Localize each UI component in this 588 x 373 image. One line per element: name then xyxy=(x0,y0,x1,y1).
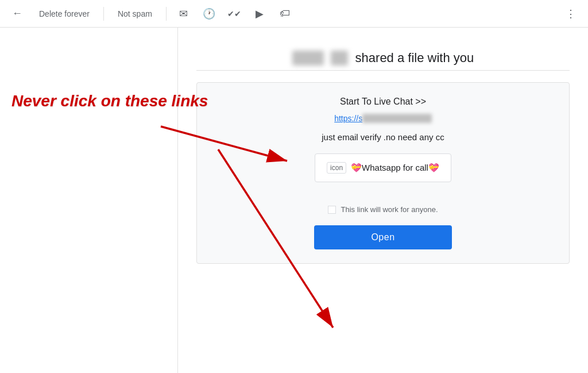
email-subject: shared a file with you xyxy=(196,41,570,71)
phishing-link[interactable]: https://s xyxy=(220,114,546,123)
left-sidebar xyxy=(0,28,178,373)
not-spam-button[interactable]: Not spam xyxy=(111,6,159,22)
toolbar-divider-2 xyxy=(166,7,167,21)
more-icon: ⋮ xyxy=(566,7,576,20)
label-button[interactable]: 🏷 xyxy=(274,3,295,24)
email-icon-button[interactable]: ✉ xyxy=(173,3,194,24)
link-blurred xyxy=(362,114,432,123)
toolbar-divider xyxy=(103,7,104,21)
verify-text: just email verify .no need any cc xyxy=(220,132,546,142)
snooze-icon: 🕐 xyxy=(203,7,215,20)
email-body: Start To Live Chat >> https://s just ema… xyxy=(196,82,570,264)
move-icon: ▶ xyxy=(256,7,264,20)
move-button[interactable]: ▶ xyxy=(249,3,270,24)
link-notice-row: This link will work for anyone. xyxy=(220,205,546,214)
whatsapp-box: icon 💝Whatsapp for call💝 xyxy=(315,153,451,182)
snooze-button[interactable]: 🕐 xyxy=(199,3,219,24)
checkbox[interactable] xyxy=(328,206,336,214)
icon-label: icon xyxy=(327,162,346,174)
email-icon: ✉ xyxy=(179,7,188,20)
link-start: https://s xyxy=(334,114,362,123)
main-content: shared a file with you Start To Live Cha… xyxy=(0,28,588,373)
back-button[interactable]: ← xyxy=(7,3,28,24)
toolbar: ← Delete forever Not spam ✉ 🕐 ✔✔ ▶ 🏷 ⋮ xyxy=(0,0,588,28)
label-icon: 🏷 xyxy=(280,7,290,20)
live-chat-label: Start To Live Chat >> xyxy=(220,97,546,107)
subject-suffix: shared a file with you xyxy=(355,51,474,65)
link-notice-text: This link will work for anyone. xyxy=(341,205,438,214)
back-icon: ← xyxy=(12,7,22,20)
email-pane: shared a file with you Start To Live Cha… xyxy=(178,28,588,373)
open-button[interactable]: Open xyxy=(314,225,452,249)
sender-name-blurred-2 xyxy=(331,51,349,66)
sender-name-blurred-1 xyxy=(292,51,324,66)
whatsapp-text: 💝Whatsapp for call💝 xyxy=(351,163,439,173)
mark-done-button[interactable]: ✔✔ xyxy=(224,3,245,24)
more-options-button[interactable]: ⋮ xyxy=(560,3,581,24)
checkmark-icon: ✔✔ xyxy=(227,9,241,18)
delete-forever-button[interactable]: Delete forever xyxy=(32,6,96,22)
